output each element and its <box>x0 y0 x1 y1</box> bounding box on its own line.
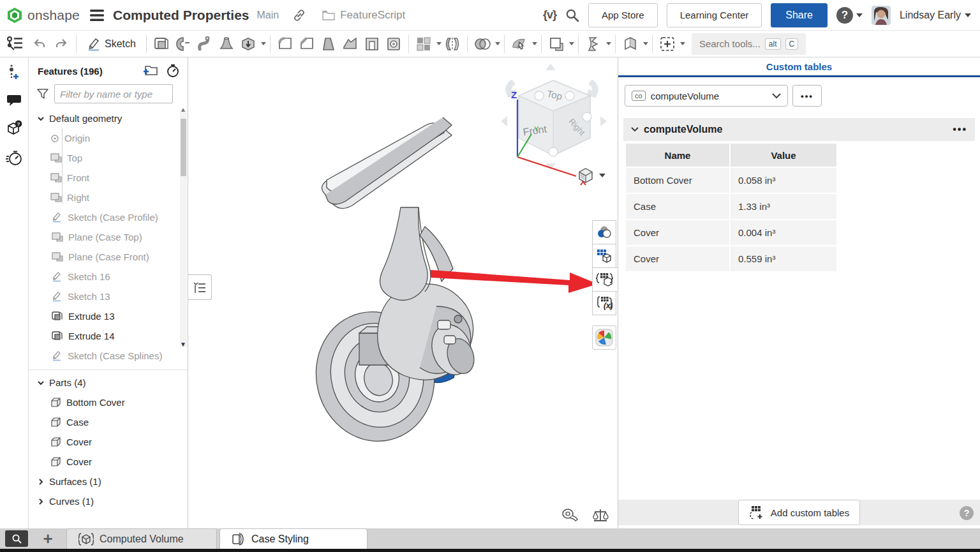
tree-item-sketch-case-splines[interactable]: Sketch (Case Splines) <box>29 346 188 366</box>
new-folder-icon[interactable] <box>143 64 158 76</box>
custom-table-more-button[interactable]: ••• <box>792 85 822 107</box>
standard-tables-panel-button[interactable] <box>592 244 616 268</box>
app-store-button[interactable]: App Store <box>588 3 658 27</box>
chamfer-tool-icon[interactable] <box>296 33 318 55</box>
share-button[interactable]: Share <box>771 3 828 27</box>
modify-caret-icon[interactable] <box>532 42 537 45</box>
onshape-logo[interactable]: onshape <box>0 7 80 24</box>
table-row[interactable]: Cover 0.004 in³ <box>626 220 836 245</box>
tree-item-sketch-16[interactable]: Sketch 16 <box>29 267 188 287</box>
comments-icon[interactable] <box>6 93 22 107</box>
pattern-tool-icon[interactable] <box>413 33 434 55</box>
tree-item-plane-case-front[interactable]: Plane (Case Front) <box>29 247 188 267</box>
tree-item-sketch-13[interactable]: Sketch 13 <box>29 287 188 306</box>
undo-button[interactable] <box>29 33 50 55</box>
tree-item-extrude-14[interactable]: Extrude 14 <box>29 326 188 346</box>
user-menu[interactable]: Lindsay Early <box>900 10 971 21</box>
mate-connector-tool-icon[interactable] <box>657 33 678 55</box>
mate-connector-caret-icon[interactable] <box>680 42 685 45</box>
part-item-bottom-cover[interactable]: Bottom Cover <box>29 392 188 412</box>
learning-center-button[interactable]: Learning Center <box>667 3 762 27</box>
mirror-tool-icon[interactable] <box>442 33 463 55</box>
tree-group-default-geometry[interactable]: Default geometry <box>29 108 188 128</box>
extrude-tool-icon[interactable] <box>151 33 172 55</box>
tab-case-styling[interactable]: Case Styling <box>219 528 368 551</box>
add-tab-button[interactable]: + <box>37 528 59 549</box>
filter-icon[interactable] <box>36 87 49 100</box>
sweep-tool-icon[interactable] <box>194 33 216 55</box>
search-tools-box[interactable]: Search tools... alt C <box>692 33 806 55</box>
feature-list-collapse-handle[interactable] <box>188 274 212 300</box>
measure-tape-icon[interactable] <box>561 508 578 522</box>
redo-button[interactable] <box>50 33 72 55</box>
view-options-menu[interactable] <box>577 167 605 184</box>
tree-group-curves[interactable]: Curves (1) <box>29 491 188 511</box>
insert-connector-icon[interactable] <box>7 64 21 80</box>
scroll-up-icon[interactable]: ▲ <box>180 106 186 113</box>
breadcrumb[interactable]: FeatureScript <box>322 9 405 22</box>
add-custom-tables-button[interactable]: Add custom tables <box>738 500 860 525</box>
draft-tool-icon[interactable] <box>318 33 339 55</box>
search-tabs-button[interactable] <box>5 530 28 547</box>
mass-properties-icon[interactable] <box>592 508 609 523</box>
curve-caret-icon[interactable] <box>606 42 611 45</box>
pattern-caret-icon[interactable] <box>436 42 442 45</box>
modify-fillet-tool-icon[interactable] <box>509 33 530 55</box>
share-link-icon[interactable] <box>293 9 306 22</box>
named-views-button[interactable] <box>592 325 616 350</box>
compute-volume-section-header[interactable]: computeVolume ••• <box>623 118 975 141</box>
curve-tool-icon[interactable] <box>583 33 604 55</box>
fillet-tool-icon[interactable] <box>274 33 296 55</box>
surface-tool-icon[interactable] <box>620 33 641 55</box>
rib-tool-icon[interactable] <box>339 33 361 55</box>
tree-group-surfaces[interactable]: Surfaces (1) <box>29 472 188 491</box>
features-scrollbar-thumb[interactable] <box>181 119 186 176</box>
hole-tool-icon[interactable] <box>383 33 405 55</box>
section-more-button[interactable]: ••• <box>953 124 967 135</box>
boolean-tool-icon[interactable] <box>471 33 493 55</box>
search-icon[interactable] <box>565 8 579 22</box>
custom-tables-panel-button[interactable] <box>592 267 618 292</box>
part-item-case[interactable]: Case <box>29 412 188 432</box>
appearance-panel-button[interactable] <box>592 220 616 244</box>
plane-caret-icon[interactable] <box>569 42 574 45</box>
table-row[interactable]: Cover 0.559 in³ <box>626 246 836 271</box>
tree-item-top-plane[interactable]: Top <box>29 148 188 168</box>
loft-tool-icon[interactable] <box>216 33 237 55</box>
tree-item-front-plane[interactable]: Front <box>29 168 188 188</box>
part-item-cover-2[interactable]: Cover <box>29 452 188 472</box>
feature-filter-input[interactable] <box>54 84 173 103</box>
features-scrollbar[interactable] <box>180 110 187 347</box>
rollback-history-icon[interactable] <box>166 64 180 78</box>
revolve-tool-icon[interactable] <box>172 33 194 55</box>
thicken-tool-icon[interactable] <box>237 33 259 55</box>
surface-caret-icon[interactable] <box>643 42 648 45</box>
tree-item-origin[interactable]: Origin <box>29 128 188 148</box>
feature-list-toggle-icon[interactable] <box>6 36 23 52</box>
plane-tool-icon[interactable] <box>546 33 567 55</box>
tree-item-extrude-13[interactable]: Extrude 13 <box>29 306 188 326</box>
table-row[interactable]: Case 1.33 in³ <box>626 194 836 219</box>
boss-group-caret-icon[interactable] <box>261 42 266 45</box>
shell-tool-icon[interactable] <box>361 33 383 55</box>
tree-item-right-plane[interactable]: Right <box>29 188 188 207</box>
boolean-caret-icon[interactable] <box>495 42 500 45</box>
featurescript-help-icon[interactable]: ? <box>6 120 22 137</box>
help-menu[interactable]: ? <box>836 7 863 24</box>
tab-computed-volume[interactable]: Computed Volume <box>66 528 217 549</box>
tree-group-parts[interactable]: Parts (4) <box>29 373 188 392</box>
custom-table-select[interactable]: co computeVolume <box>625 85 788 107</box>
variables-panel-button[interactable]: (x) <box>592 291 616 315</box>
table-row[interactable]: Bottom Cover 0.058 in³ <box>626 168 836 193</box>
tree-item-sketch-case-profile[interactable]: Sketch (Case Profile) <box>29 207 188 227</box>
part-item-cover-1[interactable]: Cover <box>29 432 188 452</box>
featurescript-versions-icon[interactable]: {v} <box>543 8 556 22</box>
tree-item-plane-case-top[interactable]: Plane (Case Top) <box>29 227 188 247</box>
user-avatar[interactable] <box>872 6 891 25</box>
scroll-down-icon[interactable]: ▼ <box>180 341 186 348</box>
panel-help-icon[interactable]: ? <box>960 506 974 520</box>
performance-timer-icon[interactable] <box>6 149 22 166</box>
main-menu-icon[interactable] <box>90 10 104 21</box>
workspace-name[interactable]: Main <box>257 10 279 21</box>
sketch-button[interactable]: Sketch <box>80 33 142 55</box>
